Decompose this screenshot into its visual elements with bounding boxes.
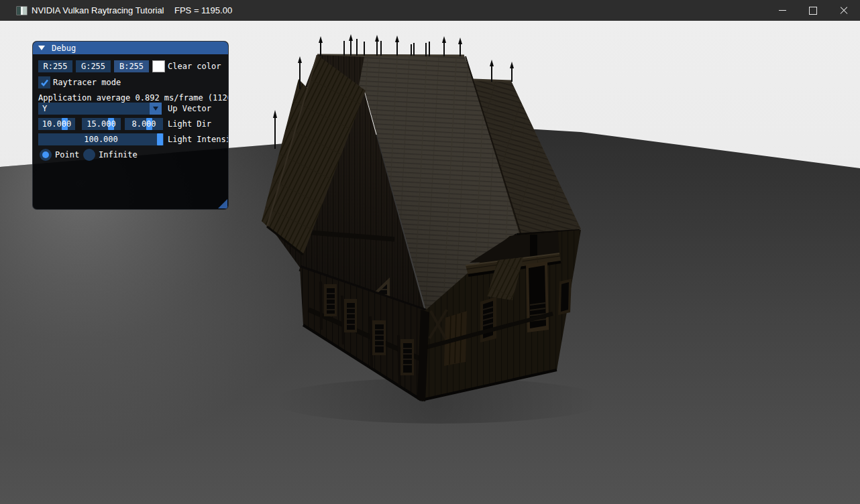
- up-vector-combo[interactable]: Y: [38, 103, 162, 115]
- color-r-button[interactable]: R:255: [38, 60, 72, 72]
- light-dir-x-slider[interactable]: 10.000: [38, 118, 75, 130]
- debug-panel[interactable]: Debug R:255 G:255 B:255 Clear color Rayt…: [32, 41, 229, 210]
- clear-color-label: Clear color: [168, 62, 221, 71]
- maximize-button[interactable]: [798, 0, 828, 21]
- raytracer-row: Raytracer mode: [33, 76, 228, 88]
- clear-color-swatch[interactable]: [152, 60, 165, 72]
- up-vector-label: Up Vector: [168, 104, 211, 113]
- slider-grab[interactable]: [157, 133, 163, 145]
- debug-panel-titlebar[interactable]: Debug: [33, 42, 228, 54]
- resize-grip[interactable]: [218, 199, 227, 208]
- close-button[interactable]: [828, 0, 859, 21]
- debug-panel-title: Debug: [52, 44, 76, 53]
- combo-arrow-button[interactable]: [150, 103, 162, 115]
- light-intensity-row: 100.000 Light Intensity: [33, 133, 228, 145]
- up-vector-row: Y Up Vector: [33, 103, 228, 115]
- light-dir-z-slider[interactable]: 8.000: [125, 118, 163, 130]
- stats-text: Application average 0.892 ms/frame (1120: [38, 93, 229, 103]
- up-vector-value: Y: [42, 104, 47, 113]
- raytracer-checkbox[interactable]: [38, 76, 50, 88]
- light-dir-y-slider[interactable]: 15.000: [82, 118, 121, 130]
- radio-infinite[interactable]: [83, 149, 95, 161]
- fps-counter: FPS = 1195.00: [174, 5, 232, 15]
- window-title: NVIDIA Vulkan Raytracing Tutorial: [32, 5, 164, 15]
- radio-point-label: Point: [55, 150, 79, 160]
- light-dir-label: Light Dir: [168, 119, 211, 129]
- window-titlebar[interactable]: NVIDIA Vulkan Raytracing Tutorial FPS = …: [0, 0, 860, 21]
- minimize-button[interactable]: [767, 0, 798, 21]
- close-icon: [840, 7, 848, 15]
- light-dir-row: 10.000 15.000 8.000 Light Dir: [33, 118, 228, 130]
- radio-point[interactable]: [40, 149, 52, 161]
- light-type-row: Point Infinite: [33, 149, 228, 161]
- light-intensity-label: Light Intensity: [168, 135, 229, 144]
- checkmark-icon: [40, 78, 49, 87]
- chevron-down-icon: [153, 107, 158, 111]
- color-g-button[interactable]: G:255: [76, 60, 111, 72]
- radio-dot: [42, 151, 49, 158]
- raytracer-label: Raytracer mode: [53, 78, 121, 87]
- collapse-arrow-icon[interactable]: [38, 46, 45, 50]
- minimize-icon: [779, 10, 786, 11]
- radio-infinite-label: Infinite: [99, 150, 138, 160]
- maximize-icon: [809, 7, 817, 15]
- light-intensity-slider[interactable]: 100.000: [38, 133, 164, 145]
- app-icon: [16, 6, 28, 15]
- color-b-button[interactable]: B:255: [114, 60, 149, 72]
- clear-color-row: R:255 G:255 B:255 Clear color: [33, 60, 228, 72]
